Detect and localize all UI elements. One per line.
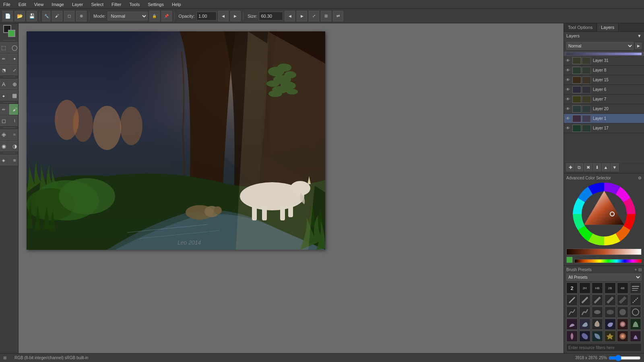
brush-2b[interactable]: 2B — [605, 282, 616, 294]
brush-r1[interactable] — [566, 294, 578, 306]
brush-s4[interactable] — [605, 319, 616, 330]
color-wheel-container[interactable] — [572, 182, 636, 246]
opacity-increase-btn[interactable]: ▶ — [230, 11, 241, 21]
layer-item[interactable]: 👁 Layer 1 — [564, 114, 644, 123]
size-input[interactable] — [259, 12, 283, 21]
layer-item[interactable]: 👁 Layer 8 — [564, 66, 644, 75]
brush-4b[interactable]: 4B — [617, 282, 628, 294]
layers-collapse-icon[interactable]: ▼ — [637, 33, 642, 38]
gradient-tool[interactable]: ▦ — [9, 90, 19, 101]
text-tool[interactable]: A — [0, 79, 9, 89]
size-increase-btn[interactable]: ▶ — [297, 11, 307, 21]
color-gradient-bar[interactable] — [566, 249, 642, 255]
lock-position-button[interactable]: 📌 — [161, 11, 172, 21]
menu-view[interactable]: View — [33, 1, 45, 8]
warp-tool[interactable]: ≋ — [9, 155, 19, 165]
menu-image[interactable]: Image — [50, 1, 66, 8]
tab-tool-options[interactable]: Tool Options — [564, 23, 597, 31]
brush-p5[interactable] — [617, 331, 628, 342]
brush-r4[interactable] — [605, 294, 616, 306]
brush-t2[interactable] — [579, 306, 590, 318]
brush-s1[interactable] — [566, 319, 578, 330]
menu-settings[interactable]: Settings — [146, 1, 165, 8]
duplicate-layer-btn[interactable]: ⧉ — [575, 163, 583, 171]
color-picker-button[interactable]: ⊕ — [76, 11, 87, 21]
merge-down-btn[interactable]: ⬇ — [593, 163, 601, 171]
brush-button[interactable]: 🖌 — [52, 11, 62, 21]
layer-item[interactable]: 👁 Layer 20 — [564, 104, 644, 114]
layer-visibility-icon[interactable]: 👁 — [566, 116, 570, 121]
brush-2h[interactable]: 2 — [566, 282, 578, 294]
brush-t4[interactable] — [605, 306, 616, 318]
ellipse-select-tool[interactable]: ◯ — [9, 42, 19, 53]
brush-t6[interactable] — [630, 306, 641, 318]
brush-s2[interactable] — [579, 319, 590, 330]
rectangle-select-tool[interactable]: ⬚ — [0, 42, 9, 53]
heal-tool[interactable]: ✙ — [0, 130, 9, 140]
opacity-decrease-btn[interactable]: ◀ — [218, 11, 229, 21]
brush-r5[interactable] — [617, 294, 628, 306]
layer-item[interactable]: 👁 Layer 15 — [564, 75, 644, 85]
menu-layer[interactable]: Layer — [70, 1, 85, 8]
color-settings-icon[interactable]: ⚙ — [638, 176, 642, 180]
save-file-button[interactable]: 💾 — [27, 11, 37, 21]
layer-visibility-icon[interactable]: 👁 — [566, 126, 570, 131]
layer-up-btn[interactable]: ▲ — [602, 163, 610, 171]
layer-down-btn[interactable]: ▼ — [611, 163, 619, 171]
brush-r3[interactable] — [592, 294, 603, 306]
brush-p2[interactable] — [579, 331, 590, 342]
pencil-tool[interactable]: ✏ — [0, 104, 9, 115]
layer-item[interactable]: 👁 Layer 6 — [564, 85, 644, 95]
eraser-tool[interactable]: ◻ — [0, 115, 9, 126]
brush-r2[interactable] — [579, 294, 590, 306]
brush-s5[interactable] — [617, 319, 628, 330]
layer-visibility-icon[interactable]: 👁 — [566, 78, 570, 82]
brush-p1[interactable] — [566, 331, 578, 342]
layer-item[interactable]: 👁 Layer 31 — [564, 56, 644, 66]
color-swatches-area[interactable] — [3, 25, 15, 37]
mirror-btn[interactable]: ⇄ — [333, 11, 343, 21]
color-wheel-svg[interactable] — [572, 182, 636, 246]
brush-p3[interactable] — [592, 331, 603, 342]
opacity-input[interactable] — [196, 12, 217, 21]
hue-saturation-bar[interactable] — [574, 259, 642, 263]
brush-p4[interactable] — [605, 331, 616, 342]
crop-tool[interactable]: ⬔ — [0, 65, 9, 75]
layer-visibility-icon[interactable]: 👁 — [566, 87, 570, 92]
layer-visibility-icon[interactable]: 👁 — [566, 107, 570, 111]
brush-t1[interactable] — [566, 306, 578, 318]
brush-s3[interactable] — [592, 319, 603, 330]
fill-tool[interactable]: ⬥ — [0, 90, 9, 101]
expand-btn[interactable]: ⤢ — [309, 11, 319, 21]
blur-sharpen-tool[interactable]: ◈ — [0, 155, 9, 165]
canvas-area[interactable]: Leo 2014 — [19, 23, 564, 353]
brush-s6[interactable] — [630, 319, 641, 330]
tool-options-button[interactable]: 🔧 — [42, 11, 50, 21]
fuzzy-select-tool[interactable]: ✦ — [9, 53, 19, 64]
eraser-button[interactable]: ◻ — [64, 11, 74, 21]
clone-tool[interactable]: ⌗ — [9, 130, 19, 140]
background-swatch[interactable] — [8, 30, 15, 37]
layers-blend-mode-select[interactable]: Normal Dissolve Multiply Screen — [566, 42, 634, 50]
new-file-button[interactable]: 📄 — [2, 11, 13, 21]
brush-hb[interactable]: HB — [592, 282, 603, 294]
open-file-button[interactable]: 📂 — [14, 11, 25, 21]
main-canvas[interactable]: Leo 2014 — [27, 31, 325, 250]
menu-file[interactable]: File — [2, 1, 12, 8]
delete-layer-btn[interactable]: ✖ — [584, 163, 592, 171]
brush-blending[interactable] — [630, 282, 641, 294]
menu-select[interactable]: Select — [89, 1, 105, 8]
lock-opacity-button[interactable]: 🔒 — [149, 11, 160, 21]
brush-grid-btn[interactable]: ⊟ — [638, 267, 642, 272]
free-select-tool[interactable]: ✏ — [0, 53, 9, 64]
view-toggle-btn[interactable]: ⊞ — [321, 11, 331, 21]
layer-visibility-icon[interactable]: 👁 — [566, 58, 570, 63]
menu-help[interactable]: Help — [170, 1, 183, 8]
menu-edit[interactable]: Edit — [17, 1, 28, 8]
smudge-tool[interactable]: ◉ — [0, 141, 9, 151]
new-layer-btn[interactable]: ✚ — [566, 163, 574, 171]
brush-add-btn[interactable]: + — [634, 267, 637, 272]
opacity-bar[interactable] — [564, 52, 644, 56]
transform-tool[interactable]: ⤢ — [9, 65, 19, 75]
layer-visibility-icon[interactable]: 👁 — [566, 68, 570, 73]
